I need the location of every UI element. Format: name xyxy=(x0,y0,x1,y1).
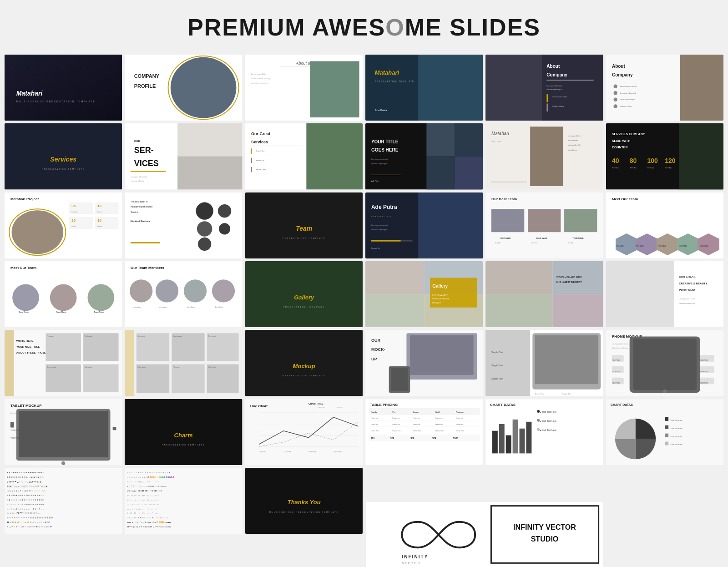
slide11-svg: Matahari Services Lorem ipsum dolor sit … xyxy=(485,123,603,189)
svg-rect-72 xyxy=(426,157,455,190)
slide-37[interactable]: ✦ ★ ✿ ❀ ✤ ✱ ✲ ✳ ✴ ✵ ✶ ✷ ✸ ✹ ✺ ✻ ✼ ✽ ✾ ✿ … xyxy=(5,468,122,534)
svg-point-176 xyxy=(156,279,178,302)
slide-4[interactable]: Matahari PRESENTATION TEMPLATE Ade Putra xyxy=(365,55,483,121)
svg-text:Ade Putra: Ade Putra xyxy=(375,109,387,111)
svg-text:$29: $29 xyxy=(390,437,394,439)
slide-40[interactable]: INFINITY VECTOR INFINITY VECTOR STUDIO xyxy=(365,468,603,567)
svg-text:Feature two: Feature two xyxy=(393,423,400,425)
slide33-svg: Line Chart CHART TITLE ■ SERIES 1 ■ SERI… xyxy=(245,399,363,465)
slide-1[interactable]: Matahari MULTIPURPOSE PRESENTATION Matah… xyxy=(5,55,122,121)
slide-18[interactable]: Meet Our Team YOUR NAME YOUR NAME YOUR N… xyxy=(606,192,723,258)
svg-text:PROFILE: PROFILE xyxy=(134,83,156,89)
svg-rect-66 xyxy=(251,167,252,172)
svg-point-129 xyxy=(198,237,211,250)
slide-33[interactable]: Line Chart CHART TITLE ■ SERIES 1 ■ SERI… xyxy=(245,399,363,465)
slide-11[interactable]: Matahari Services Lorem ipsum dolor sit … xyxy=(485,123,603,189)
svg-text:Sixth project: Sixth project xyxy=(208,366,216,368)
slide-39[interactable]: Thanks You MULTIPURPOSE PRESENTATION TEM… xyxy=(245,468,363,534)
svg-text:YOUR TITLE: YOUR TITLE xyxy=(371,139,399,144)
svg-rect-294 xyxy=(245,399,363,465)
svg-rect-361 xyxy=(665,441,668,445)
svg-text:PRESENTATION TEMPLATE: PRESENTATION TEMPLATE xyxy=(42,168,85,170)
svg-text:Projects: Projects xyxy=(97,211,102,213)
svg-text:80: 80 xyxy=(629,157,637,165)
svg-text:OUR GREAT,: OUR GREAT, xyxy=(679,275,696,278)
svg-text:$79: $79 xyxy=(432,437,436,439)
svg-rect-252 xyxy=(391,368,408,391)
slide-26[interactable]: First project Second project Third proje… xyxy=(125,330,242,396)
slide-36[interactable]: CHART DATAS Your Text Here Your Text Her… xyxy=(606,399,723,465)
slide-30[interactable]: PHONE MOCKUP Lorem ipsum dolor sit amet … xyxy=(606,330,723,396)
slide-23[interactable]: PHOTO GALLERY WITH OUR LATEST PROJECT xyxy=(485,261,603,327)
svg-text:Regular: Regular xyxy=(371,410,378,413)
svg-rect-250 xyxy=(410,335,473,375)
slide-27[interactable]: Mockup PRESENTATION TEMPLATE xyxy=(245,330,363,396)
svg-point-39 xyxy=(613,98,617,101)
slide-16[interactable]: Ade Putra COMPANY TITLE Lorem ipsum dolo… xyxy=(365,192,483,258)
svg-text:YOUR TITLE: YOUR TITLE xyxy=(700,360,708,362)
svg-text:elit sed do eiusmod tempor: elit sed do eiusmod tempor xyxy=(251,82,268,84)
slide-9[interactable]: Our Great Services Service One Lorem ips… xyxy=(245,123,363,189)
slide-8[interactable]: OUR SER- VICES Lorem ipsum dolor sit ame… xyxy=(125,123,242,189)
svg-text:Simple Tool: Simple Tool xyxy=(562,393,571,395)
svg-rect-345 xyxy=(526,421,532,453)
svg-text:$59: $59 xyxy=(410,437,415,439)
slide-34[interactable]: TABLE PRICING Regular Pro Expert Gold Pl… xyxy=(365,399,483,465)
svg-rect-233 xyxy=(136,364,169,393)
slide-6[interactable]: About Company Lorem ipsum dolor sit amet… xyxy=(606,55,723,121)
slide-35[interactable]: CHART DATAS ● Your Text Here ● Your Text… xyxy=(485,399,603,465)
slide38-svg: ♔ ♕ ♖ ♗ ♘ ♙ ♚ ♛ ♜ ♝ ♞ ♟ ☰ ☱ ☲ ☳ ☴ ☵ ☶ ☷ … xyxy=(125,468,242,534)
slide-12[interactable]: SERVICES COMPANY SLIDE WITH COUNTER 40 8… xyxy=(606,123,723,189)
svg-text:◩ ◪ ◫ ◬ ◭ ◮ ◯ ◰ ◱ ◲ ◳ ◴ ◵ ◶ ◷ : ◩ ◪ ◫ ◬ ◭ ◮ ◯ ◰ ◱ ◲ ◳ ◴ ◵ ◶ ◷ ◸ ◹ ◺ ◻ ◼ xyxy=(7,485,47,487)
svg-text:Your Text Here: Your Text Here xyxy=(670,419,682,421)
slide32-svg: Charts PRESENTATION TEMPLATE xyxy=(125,399,242,465)
svg-text:YOUR TITLE: YOUR TITLE xyxy=(10,429,21,431)
slide-2[interactable]: COMPANY PROFILE xyxy=(125,55,242,121)
slide-31[interactable]: TABLET MOCKUP Lorem ipsum dolor sit amet… xyxy=(5,399,122,465)
svg-text:Services: Services xyxy=(50,156,76,163)
slide-3[interactable]: About us Lorem Ipsum Dolor Sit amet cons… xyxy=(245,55,363,121)
slide-5[interactable]: About Company Lorem ipsum dolor sit amet… xyxy=(485,55,603,121)
svg-text:Clients: Clients xyxy=(71,225,76,227)
svg-rect-54 xyxy=(178,157,243,190)
svg-text:Lorem ipsum dolor sit amet: Lorem ipsum dolor sit amet xyxy=(371,224,388,226)
svg-text:PRESENTATION TEMPLATE: PRESENTATION TEMPLATE xyxy=(162,443,205,446)
svg-text:Team Name: Team Name xyxy=(19,311,29,313)
svg-text:⏰ ⏱ ⏲ ⏳ ⏴ ⏵ ⏶ ⏷ ⏸ ⏹ ⏺ ⏻ ⏼ ⏽ ⏾ : ⏰ ⏱ ⏲ ⏳ ⏴ ⏵ ⏶ ⏷ ⏸ ⏹ ⏺ ⏻ ⏼ ⏽ ⏾ ⏿ ␀ ␁ ␂ ␃ … xyxy=(127,526,171,528)
svg-rect-29 xyxy=(547,104,548,111)
svg-text:CATEGORY 1: CATEGORY 1 xyxy=(258,451,267,453)
slide-24[interactable]: OUR GREAT, CREATIVE & BEAUTY PORTFOLIO L… xyxy=(606,261,723,327)
slide-15[interactable]: Team PRESENTATION TEMPLATE xyxy=(245,192,363,258)
slide-13[interactable]: Matahari Project 05 Completed 10 Project… xyxy=(5,192,122,258)
slide-20[interactable]: Our Team Members Lorem Ipsum Lorem Ipsum… xyxy=(125,261,242,327)
svg-text:⇐ ⇒ ⇑ ⇓ ⇔ ⇕ ⇖ ⇗ ⇘ ⇙ ⇚ ⇛ ⇜ ⇝ ⇞ : ⇐ ⇒ ⇑ ⇓ ⇔ ⇕ ⇖ ⇗ ⇘ ⇙ ⇚ ⇛ ⇜ ⇝ ⇞ ⇟ ⇠ ⇡ ⇢ ⇣ xyxy=(7,507,44,510)
slide-17[interactable]: Our Best Team YOUR NAME YOUR NAME YOUR N… xyxy=(485,192,603,258)
slide-21[interactable]: Gallery PRESENTATION COMPANY xyxy=(245,261,363,327)
svg-rect-24 xyxy=(547,80,594,81)
slide-19[interactable]: Meet Our Team Team Name Team Name Team N… xyxy=(5,261,122,327)
slide21-svg: Gallery PRESENTATION COMPANY xyxy=(245,261,363,327)
svg-text:YOUR NAME: YOUR NAME xyxy=(572,237,584,239)
slide-7[interactable]: Services PRESENTATION TEMPLATE xyxy=(5,123,122,189)
svg-text:Team Name: Team Name xyxy=(94,311,104,313)
svg-text:Our Team Members: Our Team Members xyxy=(131,266,165,270)
svg-text:MOCK-: MOCK- xyxy=(371,348,385,352)
svg-text:Your Text Here: Your Text Here xyxy=(670,427,682,429)
slide15-svg: Team PRESENTATION TEMPLATE xyxy=(245,192,363,258)
slide-29[interactable]: Simple Tool Simple Tool Simple Tool Simp… xyxy=(485,330,603,396)
slide-10[interactable]: YOUR TITLE GOES HERE Lorem ipsum dolor s… xyxy=(365,123,483,189)
slide-38[interactable]: ♔ ♕ ♖ ♗ ♘ ♙ ♚ ♛ ♜ ♝ ♞ ♟ ☰ ☱ ☲ ☳ ☴ ☵ ☶ ☷ … xyxy=(125,468,242,534)
slide-25[interactable]: WRITE HERE YOUR NICE TITLE ABOUT THESE P… xyxy=(5,330,122,396)
slide7-svg: Services PRESENTATION TEMPLATE xyxy=(5,123,122,189)
svg-rect-140 xyxy=(371,240,401,241)
svg-text:Sed do eiusmod tempor: Sed do eiusmod tempor xyxy=(620,99,635,101)
slide-14[interactable]: The best team of industry expert skilled… xyxy=(125,192,242,258)
svg-point-126 xyxy=(218,204,231,218)
svg-text:SER-: SER- xyxy=(134,146,154,155)
svg-text:■ SERIES 1: ■ SERIES 1 xyxy=(318,407,325,409)
svg-rect-134 xyxy=(418,192,483,258)
slide-28[interactable]: OUR MOCK- UP xyxy=(365,330,483,396)
slide-22[interactable]: Gallery PHOTO GALLERY WITH OUR LATEST PR… xyxy=(365,261,483,327)
slide-32[interactable]: Charts PRESENTATION TEMPLATE xyxy=(125,399,242,465)
svg-text:First project: First project xyxy=(47,335,54,337)
